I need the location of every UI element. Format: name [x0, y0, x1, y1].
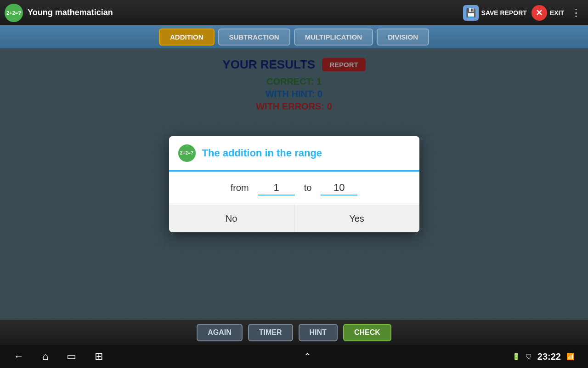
tab-division[interactable]: DIVISION [377, 29, 429, 46]
sys-nav-left: ← ⌂ ▭ ⊞ [14, 351, 103, 362]
tab-addition[interactable]: ADDITION [159, 29, 215, 46]
hint-button[interactable]: HINT [299, 324, 338, 341]
exit-icon: ✕ [531, 5, 547, 21]
modal-dialog: 2+2=? The addition in the range from to … [169, 136, 419, 232]
save-icon: 💾 [463, 5, 479, 21]
from-label: from [231, 183, 249, 193]
modal-footer: No Yes [169, 205, 419, 232]
system-time: 23:22 [537, 351, 561, 362]
battery-icon: 🔋 [512, 353, 520, 360]
top-bar-left: 2+2=? Young mathematician [5, 4, 113, 22]
nav-bar: ADDITION SUBTRACTION MULTIPLICATION DIVI… [0, 25, 588, 48]
shield-icon: 🛡 [526, 353, 532, 360]
again-button[interactable]: AGAIN [197, 324, 243, 341]
top-bar: 2+2=? Young mathematician 💾 SAVE REPORT … [0, 0, 588, 25]
nav-center-chevron: ⌃ [304, 351, 311, 362]
sys-nav-right: 🔋 🛡 23:22 📶 [512, 351, 574, 362]
signal-icon: 📶 [566, 353, 574, 360]
check-button[interactable]: CHECK [343, 324, 391, 341]
recent-apps-icon[interactable]: ▭ [67, 351, 76, 362]
to-input[interactable] [321, 181, 357, 196]
yes-button[interactable]: Yes [294, 205, 419, 232]
app-title: Young mathematician [28, 8, 113, 17]
modal-app-icon: 2+2=? [178, 144, 196, 162]
tab-multiplication[interactable]: MULTIPLICATION [294, 29, 373, 46]
modal-body: from to [169, 172, 419, 205]
screenshot-icon[interactable]: ⊞ [95, 351, 103, 362]
timer-button[interactable]: TIMER [248, 324, 293, 341]
from-input[interactable] [258, 181, 295, 196]
exit-button[interactable]: ✕ EXIT [531, 5, 564, 21]
home-icon[interactable]: ⌂ [42, 351, 48, 362]
no-button[interactable]: No [169, 205, 294, 232]
modal-header: 2+2=? The addition in the range [169, 136, 419, 172]
system-nav-bar: ← ⌂ ▭ ⊞ ⌃ 🔋 🛡 23:22 📶 [0, 345, 588, 368]
modal-title: The addition in the range [202, 147, 322, 159]
modal-overlay: 2+2=? The addition in the range from to … [0, 48, 588, 320]
main-content: YOUR RESULTS REPORT CORRECT: 1 WITH HINT… [0, 48, 588, 320]
to-label: to [304, 183, 312, 193]
app-icon: 2+2=? [5, 4, 23, 22]
save-report-button[interactable]: 💾 SAVE REPORT [463, 5, 527, 21]
back-icon[interactable]: ← [14, 351, 24, 362]
menu-icon[interactable]: ⋮ [569, 7, 583, 19]
bottom-bar: AGAIN TIMER HINT CHECK [0, 320, 588, 345]
top-bar-right: 💾 SAVE REPORT ✕ EXIT ⋮ [463, 5, 583, 21]
tab-subtraction[interactable]: SUBTRACTION [218, 29, 290, 46]
sys-nav-center: ⌃ [304, 351, 311, 362]
